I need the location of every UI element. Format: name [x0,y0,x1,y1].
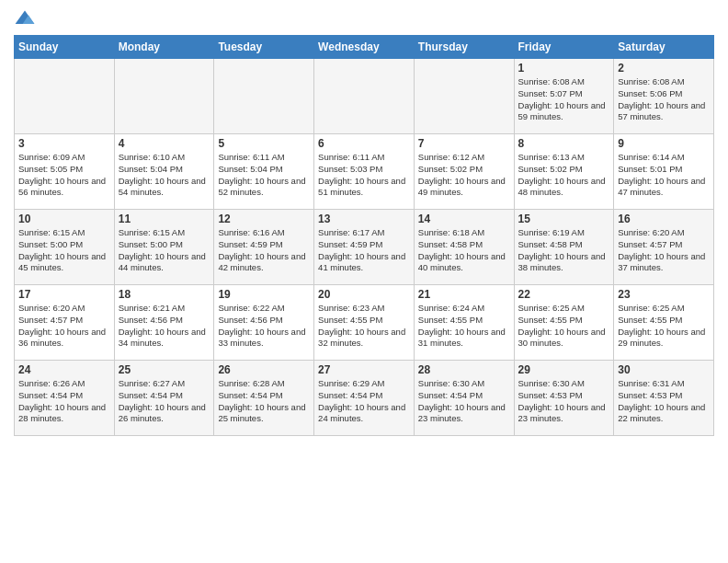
cell-info: Sunrise: 6:20 AM Sunset: 4:57 PM Dayligh… [618,227,710,274]
day-number: 21 [418,288,510,301]
calendar-cell: 21Sunrise: 6:24 AM Sunset: 4:55 PM Dayli… [414,285,514,361]
calendar-cell: 9Sunrise: 6:14 AM Sunset: 5:01 PM Daylig… [614,134,714,210]
day-number: 19 [218,288,310,301]
calendar-container: SundayMondayTuesdayWednesdayThursdayFrid… [0,0,728,445]
day-number: 3 [18,137,110,150]
cell-info: Sunrise: 6:25 AM Sunset: 4:55 PM Dayligh… [618,303,710,350]
day-number: 7 [418,137,510,150]
cell-info: Sunrise: 6:21 AM Sunset: 4:56 PM Dayligh… [119,303,210,350]
calendar-cell: 6Sunrise: 6:11 AM Sunset: 5:03 PM Daylig… [314,134,415,210]
calendar-cell: 4Sunrise: 6:10 AM Sunset: 5:04 PM Daylig… [114,134,214,210]
day-number: 30 [618,363,710,376]
cell-info: Sunrise: 6:11 AM Sunset: 5:04 PM Dayligh… [218,152,310,199]
calendar-table: SundayMondayTuesdayWednesdayThursdayFrid… [14,35,714,436]
week-row-0: 1Sunrise: 6:08 AM Sunset: 5:07 PM Daylig… [15,59,714,134]
calendar-cell [214,59,314,134]
cell-info: Sunrise: 6:20 AM Sunset: 4:57 PM Dayligh… [18,303,110,350]
day-number: 22 [518,288,610,301]
header-row [14,9,714,28]
cell-info: Sunrise: 6:24 AM Sunset: 4:55 PM Dayligh… [418,303,510,350]
cell-info: Sunrise: 6:31 AM Sunset: 4:53 PM Dayligh… [618,378,710,425]
calendar-cell: 20Sunrise: 6:23 AM Sunset: 4:55 PM Dayli… [314,285,415,361]
calendar-cell: 30Sunrise: 6:31 AM Sunset: 4:53 PM Dayli… [614,361,714,436]
day-number: 12 [218,213,310,225]
cell-info: Sunrise: 6:09 AM Sunset: 5:05 PM Dayligh… [18,152,110,199]
calendar-cell: 25Sunrise: 6:27 AM Sunset: 4:54 PM Dayli… [114,361,214,436]
cell-info: Sunrise: 6:08 AM Sunset: 5:07 PM Dayligh… [518,76,610,123]
day-number: 9 [618,137,710,150]
calendar-cell: 11Sunrise: 6:15 AM Sunset: 5:00 PM Dayli… [114,210,214,285]
day-number: 23 [618,288,710,301]
calendar-cell: 15Sunrise: 6:19 AM Sunset: 4:58 PM Dayli… [514,210,614,285]
cell-info: Sunrise: 6:23 AM Sunset: 4:55 PM Dayligh… [318,303,410,350]
cell-info: Sunrise: 6:18 AM Sunset: 4:58 PM Dayligh… [418,227,510,274]
week-row-2: 10Sunrise: 6:15 AM Sunset: 5:00 PM Dayli… [15,210,714,285]
cell-info: Sunrise: 6:10 AM Sunset: 5:04 PM Dayligh… [119,152,210,199]
cell-info: Sunrise: 6:26 AM Sunset: 4:54 PM Dayligh… [18,378,110,425]
col-header-sunday: Sunday [15,36,115,59]
cell-info: Sunrise: 6:16 AM Sunset: 4:59 PM Dayligh… [218,227,310,274]
calendar-cell: 2Sunrise: 6:08 AM Sunset: 5:06 PM Daylig… [614,59,714,134]
cell-info: Sunrise: 6:11 AM Sunset: 5:03 PM Dayligh… [318,152,410,199]
day-number: 1 [518,62,610,75]
day-number: 26 [218,363,310,376]
day-number: 15 [518,213,610,225]
calendar-cell [114,59,214,134]
cell-info: Sunrise: 6:08 AM Sunset: 5:06 PM Dayligh… [618,76,710,123]
calendar-cell: 24Sunrise: 6:26 AM Sunset: 4:54 PM Dayli… [15,361,115,436]
col-header-saturday: Saturday [614,36,714,59]
col-header-monday: Monday [114,36,214,59]
day-number: 28 [418,363,510,376]
week-row-3: 17Sunrise: 6:20 AM Sunset: 4:57 PM Dayli… [15,285,714,361]
header-row-days: SundayMondayTuesdayWednesdayThursdayFrid… [15,36,714,59]
calendar-cell: 7Sunrise: 6:12 AM Sunset: 5:02 PM Daylig… [414,134,514,210]
cell-info: Sunrise: 6:28 AM Sunset: 4:54 PM Dayligh… [218,378,310,425]
col-header-wednesday: Wednesday [314,36,415,59]
day-number: 24 [18,363,110,376]
day-number: 16 [618,213,710,225]
day-number: 11 [119,213,210,225]
day-number: 10 [18,213,110,225]
day-number: 4 [119,137,210,150]
day-number: 25 [119,363,210,376]
week-row-1: 3Sunrise: 6:09 AM Sunset: 5:05 PM Daylig… [15,134,714,210]
calendar-cell: 10Sunrise: 6:15 AM Sunset: 5:00 PM Dayli… [15,210,115,285]
cell-info: Sunrise: 6:30 AM Sunset: 4:54 PM Dayligh… [418,378,510,425]
day-number: 6 [318,137,410,150]
cell-info: Sunrise: 6:14 AM Sunset: 5:01 PM Dayligh… [618,152,710,199]
calendar-cell: 28Sunrise: 6:30 AM Sunset: 4:54 PM Dayli… [414,361,514,436]
day-number: 18 [119,288,210,301]
calendar-cell: 1Sunrise: 6:08 AM Sunset: 5:07 PM Daylig… [514,59,614,134]
cell-info: Sunrise: 6:17 AM Sunset: 4:59 PM Dayligh… [318,227,410,274]
calendar-cell [414,59,514,134]
cell-info: Sunrise: 6:19 AM Sunset: 4:58 PM Dayligh… [518,227,610,274]
day-number: 5 [218,137,310,150]
calendar-cell: 17Sunrise: 6:20 AM Sunset: 4:57 PM Dayli… [15,285,115,361]
cell-info: Sunrise: 6:29 AM Sunset: 4:54 PM Dayligh… [318,378,410,425]
day-number: 14 [418,213,510,225]
calendar-cell: 18Sunrise: 6:21 AM Sunset: 4:56 PM Dayli… [114,285,214,361]
col-header-tuesday: Tuesday [214,36,314,59]
cell-info: Sunrise: 6:12 AM Sunset: 5:02 PM Dayligh… [418,152,510,199]
day-number: 8 [518,137,610,150]
calendar-cell: 14Sunrise: 6:18 AM Sunset: 4:58 PM Dayli… [414,210,514,285]
day-number: 29 [518,363,610,376]
calendar-cell: 3Sunrise: 6:09 AM Sunset: 5:05 PM Daylig… [15,134,115,210]
day-number: 17 [18,288,110,301]
calendar-cell [15,59,115,134]
cell-info: Sunrise: 6:30 AM Sunset: 4:53 PM Dayligh… [518,378,610,425]
calendar-cell: 8Sunrise: 6:13 AM Sunset: 5:02 PM Daylig… [514,134,614,210]
cell-info: Sunrise: 6:27 AM Sunset: 4:54 PM Dayligh… [119,378,210,425]
calendar-cell [314,59,415,134]
day-number: 13 [318,213,410,225]
day-number: 20 [318,288,410,301]
calendar-cell: 13Sunrise: 6:17 AM Sunset: 4:59 PM Dayli… [314,210,415,285]
logo-icon [14,9,36,28]
calendar-cell: 22Sunrise: 6:25 AM Sunset: 4:55 PM Dayli… [514,285,614,361]
calendar-cell: 26Sunrise: 6:28 AM Sunset: 4:54 PM Dayli… [214,361,314,436]
cell-info: Sunrise: 6:15 AM Sunset: 5:00 PM Dayligh… [119,227,210,274]
week-row-4: 24Sunrise: 6:26 AM Sunset: 4:54 PM Dayli… [15,361,714,436]
logo [14,9,40,28]
calendar-cell: 16Sunrise: 6:20 AM Sunset: 4:57 PM Dayli… [614,210,714,285]
calendar-cell: 19Sunrise: 6:22 AM Sunset: 4:56 PM Dayli… [214,285,314,361]
